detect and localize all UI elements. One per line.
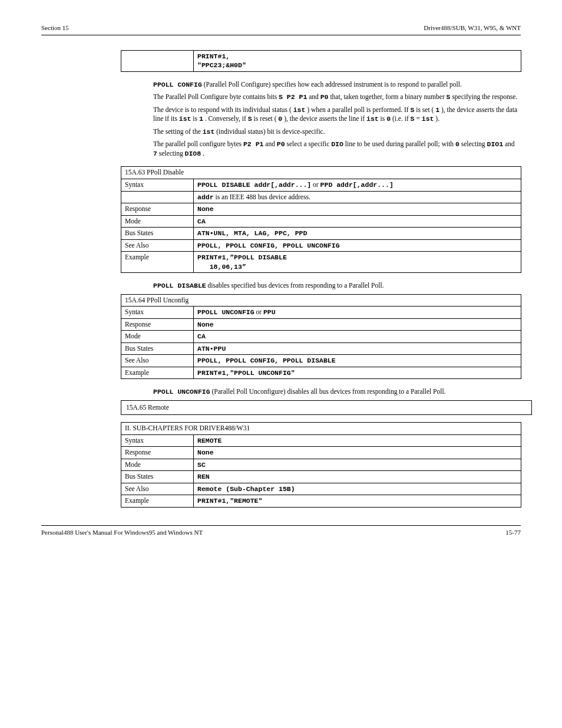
pc-p0b: P0 bbox=[277, 140, 285, 148]
ppd-desc-rest: disables specified bus devices from resp… bbox=[208, 282, 384, 289]
pc-zero1: 0 bbox=[278, 115, 282, 123]
pc-one2: 1 bbox=[199, 115, 203, 123]
pc-p2-b: ) when a parallel poll is performed. If bbox=[307, 106, 410, 113]
ppu-desc-kw: PPOLL UNCONFIG bbox=[153, 388, 210, 396]
pc-p2-f: . Conversely, if bbox=[205, 115, 248, 122]
ppoll-unconfig-desc: PPOLL UNCONFIG (Parallel Poll Unconfigur… bbox=[153, 387, 518, 397]
header-right: Driver488/SUB, W31, W95, & WNT bbox=[424, 24, 521, 32]
row-label: Example bbox=[121, 252, 194, 273]
ppoll-disable-table: 15A.63 PPoll Disable SyntaxPPOLL DISABLE… bbox=[121, 166, 521, 273]
pc-p0: P0 bbox=[320, 93, 329, 101]
row-value: addr is an IEEE 488 bus device address. bbox=[194, 191, 521, 203]
pc-ist1: ist bbox=[293, 106, 306, 114]
row-value: REMOTE bbox=[194, 434, 521, 447]
row-value: PRINT#1,”PPOLL DISABLE 18,06,13” bbox=[194, 252, 521, 273]
row-value: PRINT#1,"PPOLL UNCONFIG" bbox=[194, 367, 521, 379]
row-label: Example bbox=[121, 495, 194, 508]
pc-s3: S bbox=[248, 115, 252, 123]
intro-label bbox=[121, 50, 194, 71]
row-label: See Also bbox=[121, 239, 194, 252]
pc-p3-a: The setting of the bbox=[153, 128, 203, 135]
pc-p1-c: specifying the response. bbox=[452, 93, 517, 100]
pc-seven: 7 bbox=[153, 150, 157, 157]
pc-p4-d: selecting bbox=[461, 140, 487, 147]
row-label: Syntax bbox=[121, 434, 194, 447]
pc-p4-c: line to be used during parallel poll; wi… bbox=[345, 140, 455, 147]
pc-dio: DIO bbox=[331, 140, 343, 148]
row-value: None bbox=[194, 318, 521, 331]
row-value: PPOLL, PPOLL CONFIG, PPOLL UNCONFIG bbox=[194, 239, 521, 252]
pc-p4-b: select a specific bbox=[287, 140, 332, 147]
header-left: Section 15 bbox=[41, 24, 69, 32]
pc-p4-f: selecting bbox=[159, 150, 185, 157]
row-label: Mode bbox=[121, 215, 194, 228]
row-label: Response bbox=[121, 318, 194, 331]
row-label: Example bbox=[121, 367, 194, 379]
row-value: CA bbox=[194, 215, 521, 228]
row-label: Mode bbox=[121, 459, 194, 471]
ppoll-config-text: PPOLL CONFIG (Parallel Poll Configure) s… bbox=[153, 80, 518, 159]
row-label bbox=[121, 191, 194, 203]
pc-ist5: ist bbox=[203, 128, 215, 136]
pc-p3-b: (individual status) bit is device-specif… bbox=[216, 128, 325, 135]
row-label: Bus States bbox=[121, 342, 194, 355]
pc-ist3: ist bbox=[366, 115, 379, 123]
pc-p2p1: P2 P1 bbox=[243, 140, 264, 148]
pc-p4-g: . bbox=[203, 150, 204, 157]
ppoll-unconfig-title: 15A.64 PPoll Unconfig bbox=[121, 294, 521, 307]
pc-s1: S bbox=[447, 93, 451, 101]
row-label: Response bbox=[121, 447, 194, 459]
intro-code-line2: "PPC23;&H0D" bbox=[197, 61, 517, 70]
header-rule bbox=[41, 35, 521, 35]
row-label: Syntax bbox=[121, 179, 194, 192]
row-value: REN bbox=[194, 471, 521, 483]
remote-table: II. SUB-CHAPTERS FOR DRIVER488/W31 Synta… bbox=[121, 422, 521, 508]
pc-p4-e: and bbox=[505, 140, 515, 147]
intro-code-cell: PRINT#1, "PPC23;&H0D" bbox=[194, 50, 521, 71]
row-value: PPOLL DISABLE addr[,addr...] or PPD addr… bbox=[194, 179, 521, 192]
ppoll-disable-desc: PPOLL DISABLE disables specified bus dev… bbox=[153, 281, 518, 291]
pc-sp2p1: S P2 P1 bbox=[279, 93, 307, 101]
footer-right: 15-77 bbox=[505, 528, 521, 537]
ppoll-disable-title: 15A.63 PPoll Disable bbox=[121, 167, 521, 179]
row-label: Syntax bbox=[121, 307, 194, 319]
pc-p2-j: (i.e. if bbox=[392, 115, 411, 122]
pc-dio1: DIO1 bbox=[487, 140, 503, 148]
pc-p2-h: ), the device asserts the line if bbox=[284, 115, 366, 122]
row-value: Remote (Sub-Chapter 15B) bbox=[194, 483, 521, 495]
row-value: CA bbox=[194, 331, 521, 343]
ppoll-config-lead-rest: (Parallel Poll Configure) specifies how … bbox=[204, 81, 462, 88]
row-label: See Also bbox=[121, 483, 194, 495]
pc-ist2: ist bbox=[179, 115, 191, 123]
pc-p4-a: The parallel poll configure bytes bbox=[153, 140, 243, 147]
row-value: SC bbox=[194, 459, 521, 471]
pc-zero2: 0 bbox=[386, 115, 391, 123]
remote-title: 15A.65 Remote bbox=[126, 404, 169, 411]
pc-p2-e: is bbox=[193, 115, 199, 122]
pc-ist4: ist bbox=[422, 115, 434, 123]
intro-code-table: PRINT#1, "PPC23;&H0D" bbox=[121, 50, 521, 72]
row-label: See Also bbox=[121, 355, 194, 367]
row-value: PPOLL UNCONFIG or PPU bbox=[194, 307, 521, 319]
row-value: PRINT#1,"REMOTE" bbox=[194, 495, 521, 508]
row-value: ATN•UNL, MTA, LAG, PPC, PPD bbox=[194, 228, 521, 240]
pc-one1: 1 bbox=[435, 106, 439, 114]
row-value: PPOLL, PPOLL CONFIG, PPOLL DISABLE bbox=[194, 355, 521, 367]
ppu-desc-rest: (Parallel Poll Unconfigure) disables all… bbox=[212, 388, 446, 395]
pc-p2-i: is bbox=[381, 115, 387, 122]
intro-code-line1: PRINT#1, bbox=[197, 52, 517, 61]
remote-table-title: II. SUB-CHAPTERS FOR DRIVER488/W31 bbox=[121, 423, 521, 435]
row-label: Response bbox=[121, 203, 194, 216]
ppd-desc-kw: PPOLL DISABLE bbox=[153, 282, 206, 289]
pc-p1-b: that, taken together, form a binary numb… bbox=[330, 93, 446, 100]
pc-dio8: DIO8 bbox=[185, 150, 201, 157]
ppoll-config-keyword: PPOLL CONFIG bbox=[153, 81, 202, 88]
pc-s2: S bbox=[411, 106, 415, 114]
footer-left: Personal488 User's Manual For Windows95 … bbox=[41, 528, 203, 537]
row-value: None bbox=[194, 203, 521, 216]
pc-s4: S bbox=[411, 115, 415, 123]
pc-p2-g: is reset ( bbox=[254, 115, 277, 122]
row-label: Bus States bbox=[121, 228, 194, 240]
row-value: None bbox=[194, 447, 521, 459]
pc-p1-a: The Parallel Poll Configure byte contain… bbox=[153, 93, 279, 100]
